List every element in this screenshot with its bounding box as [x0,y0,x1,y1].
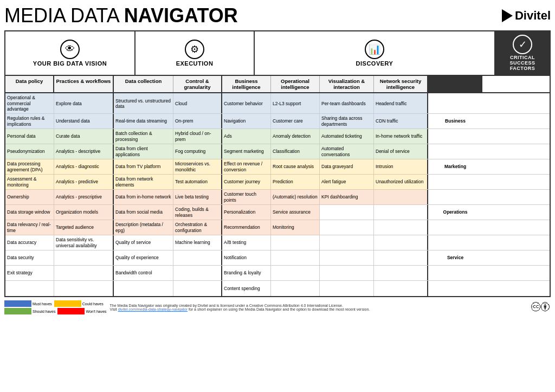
cell-csf-11 [428,266,482,280]
main-table: 👁 YOUR BIG DATA VISION ⚙ EXECUTION 📊 DIS… [4,30,551,297]
cell-oi-8: Monitoring [271,220,320,235]
legend-should-haves: Should haves [4,308,55,314]
cell-datacol-1: Real-time data streaming [114,114,173,128]
cell-control-8: Orchestration & configuration [173,220,222,235]
legend-must-haves: Must haves [4,300,52,307]
header: MEDIA DATA NAVIGATOR Divitel [4,4,551,27]
table-row: Operational & commercial advantage Explo… [5,93,550,114]
cell-oi-4: Root cause analysis [271,159,320,174]
legend-wont-label: Won't haves [86,310,106,313]
cell-practices-5: Analytics - predictive [54,175,114,189]
vision-label: YOUR BIG DATA VISION [33,60,107,67]
cell-control-7: Coding, builds & releases [173,205,222,220]
cell-datacol-11: Bandwidth control [114,266,173,280]
cell-oi-0: L2-L3 support [271,93,320,113]
cell-vi-1: Sharing data across departments [320,114,374,128]
legend-row-1: Must haves Could haves [4,300,107,307]
cell-policy-11: Exit strategy [5,266,54,280]
cell-nsi-7 [374,205,428,220]
csf-icon: ✓ [513,35,532,54]
cell-bi-6: Customer touch points [222,190,271,204]
cell-nsi-3: Denial of service [374,144,428,159]
cell-nsi-11 [374,266,428,280]
cell-nsi-5: Unauthorized utilization [374,175,428,189]
cc-badge: 🅭🅯 [531,302,551,313]
cell-oi-11 [271,266,320,280]
cell-bi-4: Effect on revenue / conversion [222,159,271,174]
legend-could-label: Could haves [82,302,104,306]
cell-practices-3: Analytics - descriptive [54,144,114,159]
csf-section-header: ✓ CRITICAL SUCCESS FACTORS [495,31,550,75]
cell-practices-10 [54,250,114,265]
legend: Must haves Could haves Should haves Won'… [4,300,107,314]
legend-must-label: Must haves [33,302,52,306]
col-csf-header [428,76,482,93]
col-control-header: Control & granularity [173,76,222,93]
cell-nsi-4: Intrusion [374,159,428,174]
cell-vi-3: Automated conversations [320,144,374,159]
cell-vi-12 [320,281,374,296]
cell-csf-5 [428,175,482,189]
cell-bi-10: Notification [222,250,271,265]
cell-oi-12 [271,281,320,296]
cell-datacol-9: Quality of service [114,235,173,250]
cell-control-5: Test automation [173,175,222,189]
cell-vi-9 [320,235,374,250]
legend-must-color [4,300,31,307]
cell-vi-0: Per-team dashboards [320,93,374,113]
cell-bi-3: Segment marketing [222,144,271,159]
cell-oi-2: Anomaly detection [271,129,320,144]
cell-policy-6: Ownership [5,190,54,204]
cell-vi-8 [320,220,374,235]
table-row: Data relevancy / real-time Targeted audi… [5,220,550,235]
cell-datacol-6: Data from in-home network [114,190,173,204]
footer-link[interactable]: divitel.com/media-data-strategy-navigato… [118,307,188,311]
cell-policy-9: Data accuracy [5,235,54,250]
cell-datacol-0: Structured vs. unstructured data [114,93,173,113]
cell-control-0: Cloud [173,93,222,113]
legend-should-label: Should haves [33,310,55,313]
logo-triangle-icon [502,9,513,22]
cell-practices-2: Curate data [54,129,114,144]
cell-policy-5: Assessment & monitoring [5,175,54,189]
logo: Divitel [502,9,551,23]
cell-datacol-5: Data from network elements [114,175,173,189]
legend-should-color [4,308,31,314]
cell-policy-10: Data security [5,250,54,265]
col-oi-header: Operational intelligence [271,76,320,93]
logo-text: Divitel [515,9,551,23]
page: MEDIA DATA NAVIGATOR Divitel 👁 YOUR BIG … [0,0,555,320]
cell-datacol-8: Description (metadata / epg) [114,220,173,235]
cell-control-3: Fog computing [173,144,222,159]
cell-vi-7 [320,205,374,220]
cell-practices-0: Explore data [54,93,114,113]
cell-oi-10 [271,250,320,265]
execution-label: EXECUTION [176,60,214,67]
vision-icon: 👁 [60,40,80,59]
cell-vi-2: Automated ticketing [320,129,374,144]
cell-policy-4: Data processing agreement (DPA) [5,159,54,174]
footer: Must haves Could haves Should haves Won'… [4,299,551,316]
cell-vi-6: KPI dashboarding [320,190,374,204]
cell-policy-8: Data relevancy / real-time [5,220,54,235]
cell-datacol-3: Data from client applications [114,144,173,159]
cell-csf-12 [428,281,482,296]
cell-nsi-6 [374,190,428,204]
cell-practices-4: Analytics - diagnostic [54,159,114,174]
table-row: Personal data Curate data Batch collecti… [5,129,550,144]
cell-control-1: On-prem [173,114,222,128]
cell-practices-11 [54,266,114,280]
legend-row-2: Should haves Won't haves [4,308,107,314]
cell-bi-7: Personalization [222,205,271,220]
cell-datacol-2: Batch collection & processing [114,129,173,144]
table-row: Ownership Analytics - prescriptive Data … [5,190,550,205]
cell-nsi-9 [374,235,428,250]
data-rows-container: Operational & commercial advantage Explo… [5,93,550,296]
legend-could-haves: Could haves [54,300,104,307]
cell-control-4: Microservices vs. monolithic [173,159,222,174]
legend-wont-color [57,308,85,314]
cell-vi-5: Alert fatigue [320,175,374,189]
col-practices-header: Practices & workflows [54,76,114,93]
table-row: Assessment & monitoring Analytics - pred… [5,175,550,190]
col-policy-header: Data policy [5,76,54,93]
